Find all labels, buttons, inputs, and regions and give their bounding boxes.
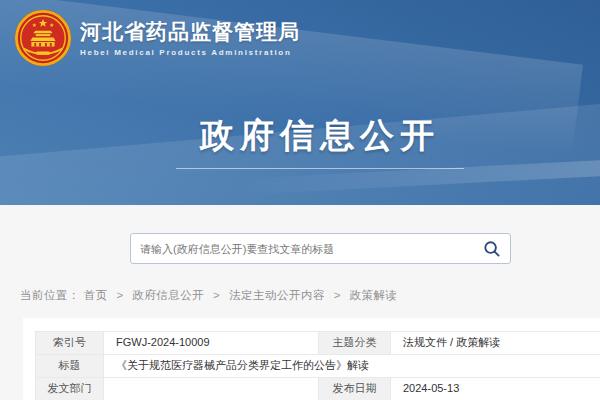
banner-title: 政府信息公开 [0,113,600,159]
index-number-label: 索引号 [36,332,104,355]
index-number-value: FGWJ-2024-10009 [104,332,319,355]
table-row: 标题 《关于规范医疗器械产品分类界定工作的公告》解读 [36,355,600,378]
search-button[interactable] [480,237,504,261]
breadcrumb-item-gov-info[interactable]: 政府信息公开 [132,289,204,301]
breadcrumb-separator: > [116,289,123,301]
national-emblem-icon [14,9,72,67]
banner-underline [176,168,464,169]
search-box [130,233,511,264]
search-icon [483,240,501,258]
table-row: 索引号 FGWJ-2024-10009 主题分类 法规文件 / 政策解读 [36,332,600,355]
topic-category-value: 法规文件 / 政策解读 [391,332,600,355]
breadcrumb-separator: > [334,289,341,301]
site-logo[interactable]: 河北省药品监督管理局 Hebei Medical Products Admini… [14,9,300,67]
site-name-cn: 河北省药品监督管理局 [80,19,300,44]
breadcrumb-item-home[interactable]: 首页 [84,289,108,301]
document-title-label: 标题 [36,355,104,378]
breadcrumb: 当前位置： 首页 > 政府信息公开 > 法定主动公开内容 > 政策解读 [20,288,398,303]
topic-category-label: 主题分类 [319,332,391,355]
document-info-table: 索引号 FGWJ-2024-10009 主题分类 法规文件 / 政策解读 标题 … [35,331,600,400]
document-title-value: 《关于规范医疗器械产品分类界定工作的公告》解读 [104,355,600,378]
publish-date-label: 发布日期 [319,378,391,400]
site-name: 河北省药品监督管理局 Hebei Medical Products Admini… [80,19,300,57]
issuing-department-label: 发文部门 [36,378,104,400]
breadcrumb-item-policy-interpretation: 政策解读 [350,289,398,301]
document-info-card: 索引号 FGWJ-2024-10009 主题分类 法规文件 / 政策解读 标题 … [23,318,600,400]
issuing-department-value [104,378,319,400]
search-input[interactable] [140,234,480,263]
breadcrumb-label: 当前位置： [20,289,80,301]
page: 河北省药品监督管理局 Hebei Medical Products Admini… [0,0,600,400]
table-row: 发文部门 发布日期 2024-05-13 [36,378,600,400]
site-header-banner: 河北省药品监督管理局 Hebei Medical Products Admini… [0,0,600,205]
breadcrumb-item-statutory-disclosure[interactable]: 法定主动公开内容 [229,289,325,301]
banner-decoration [240,157,600,195]
publish-date-value: 2024-05-13 [391,378,600,400]
site-name-en: Hebei Medical Products Administration [80,48,300,57]
breadcrumb-separator: > [213,289,220,301]
